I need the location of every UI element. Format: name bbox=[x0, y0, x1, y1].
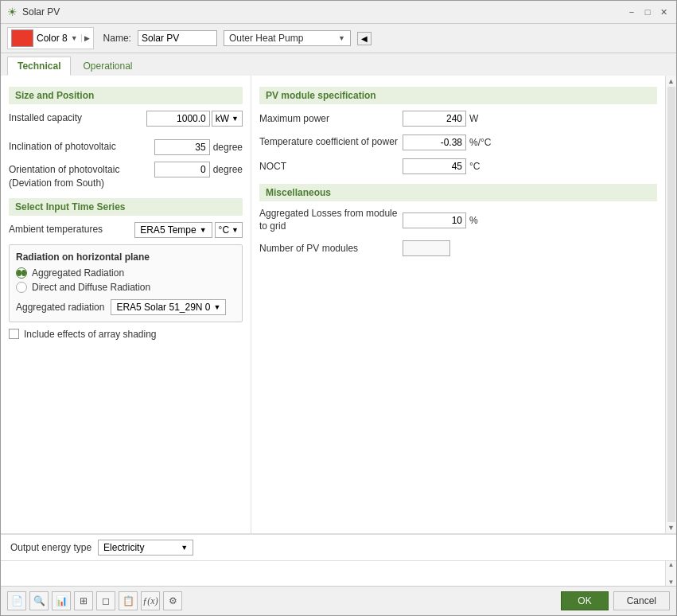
title-bar: ☀ Solar PV − □ ✕ bbox=[1, 1, 676, 24]
aggregated-dropdown[interactable]: ERA5 Solar 51_29N 0 ▼ bbox=[111, 299, 226, 315]
orientation-unit: degree bbox=[213, 164, 243, 175]
orientation-control: degree bbox=[154, 162, 243, 177]
copy-icon: 📋 bbox=[123, 595, 134, 606]
inclination-label: Inclination of photovoltaic bbox=[9, 141, 148, 154]
temp-coeff-input[interactable] bbox=[403, 135, 466, 150]
max-power-row: Maximum power W bbox=[259, 111, 657, 127]
max-power-label: Maximum power bbox=[259, 113, 403, 124]
temp-coeff-row: Temperature coefficient of power %/°C bbox=[259, 135, 657, 150]
noct-input[interactable] bbox=[403, 158, 466, 174]
pv-spec-header: PV module specification bbox=[259, 87, 657, 104]
rect-button[interactable]: ◻ bbox=[96, 591, 115, 610]
installed-capacity-input[interactable] bbox=[146, 111, 210, 127]
location-dropdown-arrow: ▼ bbox=[338, 34, 345, 42]
maximize-button[interactable]: □ bbox=[641, 6, 654, 18]
log-scroll-down[interactable]: ▼ bbox=[668, 579, 675, 586]
location-expand-btn[interactable]: ◀ bbox=[357, 32, 372, 45]
minimize-button[interactable]: − bbox=[625, 6, 638, 18]
color-dropdown-arrow[interactable]: ▼ bbox=[71, 34, 78, 42]
name-input[interactable] bbox=[138, 30, 217, 46]
temp-coeff-unit: %/°C bbox=[469, 137, 491, 148]
orientation-label: Orientation of photovoltaic (Deviation f… bbox=[9, 162, 148, 190]
capacity-unit-dropdown[interactable]: kW ▼ bbox=[212, 111, 243, 127]
action-buttons: OK Cancel bbox=[561, 591, 670, 610]
aggregated-label: Aggregated radiation bbox=[16, 302, 104, 313]
aggregated-value: ERA5 Solar 51_29N 0 bbox=[116, 302, 210, 313]
title-bar-left: ☀ Solar PV bbox=[7, 6, 60, 18]
log-scroll-up[interactable]: ▲ bbox=[668, 561, 675, 568]
color-picker[interactable]: Color 8 ▼ ▶ bbox=[7, 27, 94, 49]
num-modules-label: Number of PV modules bbox=[259, 243, 403, 254]
agg-losses-label: Aggregated Losses from module to grid bbox=[259, 208, 403, 232]
inclination-input[interactable] bbox=[154, 139, 210, 155]
color-swatch[interactable] bbox=[11, 29, 33, 47]
location-value: Outer Heat Pump bbox=[229, 33, 303, 44]
num-modules-input[interactable] bbox=[403, 240, 450, 256]
ambient-unit-arrow: ▼ bbox=[232, 226, 239, 234]
ambient-temp-row: Ambient temperatures ERA5 Tempe ▼ °C ▼ bbox=[9, 222, 243, 238]
ambient-unit-dropdown[interactable]: °C ▼ bbox=[215, 222, 243, 238]
cancel-button[interactable]: Cancel bbox=[613, 591, 670, 610]
main-window: ☀ Solar PV − □ ✕ Color 8 ▼ ▶ Name: Outer… bbox=[0, 0, 677, 616]
fx-button[interactable]: ƒ(x) bbox=[141, 591, 160, 610]
size-position-header: Size and Position bbox=[9, 87, 243, 104]
scroll-down-arrow[interactable]: ▼ bbox=[666, 522, 676, 533]
left-panel: Size and Position Installed capacity kW … bbox=[1, 76, 251, 533]
search-button[interactable]: 🔍 bbox=[29, 591, 49, 610]
radiation-header: Radiation on horizontal plane bbox=[16, 251, 235, 263]
tab-technical[interactable]: Technical bbox=[7, 57, 71, 76]
toolbar: Color 8 ▼ ▶ Name: Outer Heat Pump ▼ ◀ bbox=[1, 24, 676, 53]
inclination-unit: degree bbox=[213, 142, 243, 153]
orientation-input[interactable] bbox=[154, 162, 210, 177]
noct-row: NOCT °C bbox=[259, 158, 657, 174]
settings-button[interactable]: ⚙ bbox=[163, 591, 182, 610]
radio-direct-row[interactable]: Direct and Diffuse Radiation bbox=[16, 282, 235, 293]
capacity-unit: kW bbox=[216, 113, 229, 124]
radio-direct[interactable] bbox=[16, 282, 27, 293]
radiation-box: Radiation on horizontal plane Aggregated… bbox=[9, 244, 243, 322]
right-scrollbar[interactable]: ▲ ▼ bbox=[665, 76, 676, 533]
ambient-value: ERA5 Tempe bbox=[140, 224, 196, 236]
max-power-input[interactable] bbox=[403, 111, 466, 127]
spacer1 bbox=[9, 133, 243, 139]
temp-coeff-label: Temperature coefficient of power bbox=[259, 136, 403, 149]
bottom-icons: 📄 🔍 📊 ⊞ ◻ 📋 ƒ(x) ⚙ bbox=[7, 591, 182, 610]
grid-button[interactable]: ⊞ bbox=[74, 591, 93, 610]
tab-operational[interactable]: Operational bbox=[72, 57, 142, 76]
misc-header: Miscellaneous bbox=[259, 184, 657, 201]
window-icon: ☀ bbox=[7, 6, 18, 18]
log-scrollbar[interactable]: ▲ ▼ bbox=[665, 561, 676, 586]
location-dropdown[interactable]: Outer Heat Pump ▼ bbox=[224, 30, 351, 46]
ok-button[interactable]: OK bbox=[561, 591, 608, 610]
close-button[interactable]: ✕ bbox=[657, 6, 670, 18]
scroll-up-arrow[interactable]: ▲ bbox=[666, 76, 676, 87]
output-value: Electricity bbox=[103, 542, 144, 553]
output-dropdown-arrow: ▼ bbox=[181, 544, 188, 552]
ambient-dropdown[interactable]: ERA5 Tempe ▼ bbox=[134, 222, 212, 238]
scroll-track bbox=[667, 87, 675, 522]
new-file-icon: 📄 bbox=[11, 595, 23, 606]
tabs-bar: Technical Operational bbox=[1, 53, 676, 76]
installed-capacity-control: kW ▼ bbox=[146, 111, 243, 127]
ambient-dropdown-arrow: ▼ bbox=[200, 226, 207, 234]
log-area: ▲ ▼ bbox=[1, 560, 676, 586]
max-power-unit: W bbox=[469, 113, 478, 124]
inclination-row: Inclination of photovoltaic degree bbox=[9, 139, 243, 155]
shading-row[interactable]: Include effects of array shading bbox=[9, 329, 243, 340]
radio-aggregated-row[interactable]: Aggregated Radiation bbox=[16, 267, 235, 279]
installed-capacity-row: Installed capacity kW ▼ bbox=[9, 111, 243, 127]
agg-losses-input[interactable] bbox=[403, 212, 466, 228]
shading-checkbox[interactable] bbox=[9, 329, 19, 339]
chart-icon: 📊 bbox=[56, 595, 68, 606]
radio-aggregated[interactable] bbox=[16, 267, 27, 279]
window-title: Solar PV bbox=[22, 6, 60, 18]
output-dropdown[interactable]: Electricity ▼ bbox=[98, 540, 193, 556]
color-menu-arrow[interactable]: ▶ bbox=[81, 34, 90, 42]
grid-icon: ⊞ bbox=[80, 595, 88, 606]
new-file-button[interactable]: 📄 bbox=[7, 591, 26, 610]
aggregated-radiation-row: Aggregated radiation ERA5 Solar 51_29N 0… bbox=[16, 299, 235, 315]
chart-button[interactable]: 📊 bbox=[52, 591, 71, 610]
copy-button[interactable]: 📋 bbox=[119, 591, 138, 610]
radio-aggregated-fill bbox=[17, 270, 21, 276]
noct-label: NOCT bbox=[259, 161, 403, 172]
